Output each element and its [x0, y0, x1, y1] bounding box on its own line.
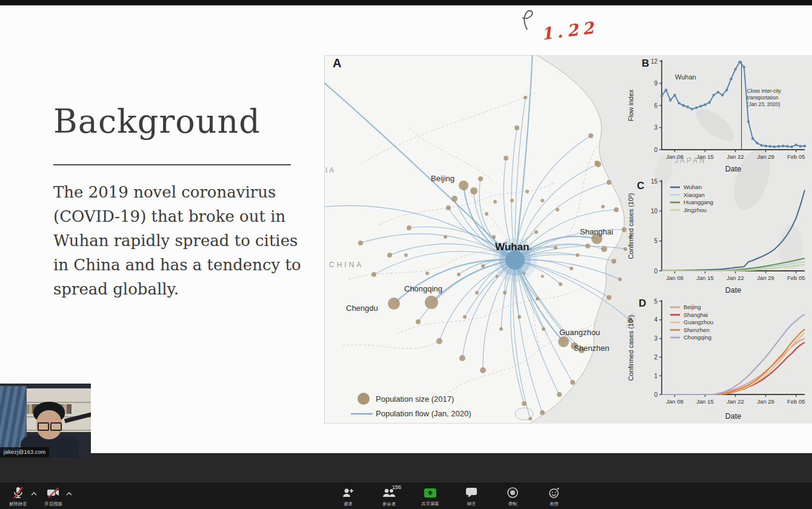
map-label-shanghai: Shanghai — [580, 227, 613, 236]
svg-text:Beijing: Beijing — [684, 304, 701, 310]
svg-text:transportation: transportation — [747, 95, 779, 101]
shared-screen-slide: Background The 2019 novel coronavirus (C… — [0, 5, 812, 453]
svg-text:5: 5 — [654, 238, 657, 244]
chat-label: 聊天 — [467, 501, 476, 507]
flow-index-chart: 036912Jan 08Jan 15Jan 22Jan 29Feb 05Date… — [625, 55, 812, 174]
legend-population-dot — [358, 393, 370, 405]
window-top-bar — [0, 0, 812, 5]
svg-text:Jan 15: Jan 15 — [696, 274, 714, 281]
webcam-video-thumbnail[interactable]: jakezj@163.com — [0, 384, 91, 457]
share-screen-label: 共享屏幕 — [421, 501, 439, 507]
svg-text:5: 5 — [654, 298, 657, 305]
svg-text:6: 6 — [654, 102, 657, 109]
map-label-wuhan: Wuhan — [495, 241, 529, 253]
panel-label-c: C — [637, 180, 644, 192]
start-video-label: 开启视频 — [44, 501, 62, 507]
svg-text:Date: Date — [725, 286, 741, 294]
start-video-button[interactable]: 开启视频 — [40, 485, 67, 507]
svg-text:Feb 05: Feb 05 — [787, 153, 805, 160]
map-label-beijing: Beijing — [431, 174, 454, 183]
svg-text:Jan 29: Jan 29 — [757, 398, 774, 405]
svg-text:Jan 15: Jan 15 — [696, 153, 714, 160]
chat-icon — [465, 485, 478, 500]
svg-text:Chongqing: Chongqing — [684, 334, 711, 341]
svg-text:Wuhan: Wuhan — [675, 73, 696, 81]
legend-population-label: Population size (2017) — [376, 394, 454, 404]
invite-label: 邀请 — [344, 501, 353, 507]
record-label: 录制 — [508, 501, 517, 507]
svg-text:3: 3 — [654, 124, 657, 131]
handwritten-date-annotation: 1.22 — [540, 18, 599, 43]
camera-muted-icon — [46, 485, 61, 500]
svg-text:12: 12 — [651, 58, 658, 65]
svg-text:Jan 08: Jan 08 — [666, 153, 684, 160]
participants-label: 参会者 — [382, 501, 396, 507]
zoom-toolbar: 解除静音 开启视频 — [0, 483, 812, 509]
presenter-face — [36, 410, 62, 439]
svg-text:4: 4 — [654, 316, 657, 323]
region-label-partial: IA — [325, 166, 336, 175]
svg-text:9: 9 — [654, 80, 657, 87]
figure-panel-group: IA CHINA JAPAN Beijing Shanghai Wuhan Ch… — [324, 55, 812, 424]
pen-squiggle-mark — [514, 5, 541, 31]
svg-text:Feb 05: Feb 05 — [787, 274, 805, 281]
svg-text:Confirmed cases (10²): Confirmed cases (10²) — [627, 315, 634, 381]
svg-text:10: 10 — [651, 208, 658, 215]
svg-text:Shenzhen: Shenzhen — [684, 327, 710, 333]
map-label-chongqing: Chongqing — [404, 284, 442, 293]
invite-button[interactable]: 邀请 — [334, 485, 361, 507]
svg-text:Date: Date — [725, 165, 741, 173]
share-screen-button[interactable]: 共享屏幕 — [417, 485, 444, 507]
svg-text:2: 2 — [654, 354, 657, 361]
svg-text:Jan 08: Jan 08 — [666, 398, 684, 405]
svg-text:Huanggang: Huanggang — [684, 199, 713, 205]
participants-count-badge: 156 — [392, 484, 401, 490]
unmute-label: 解除静音 — [9, 501, 27, 507]
slide-title: Background — [53, 102, 261, 141]
svg-text:Jan 29: Jan 29 — [757, 274, 774, 281]
svg-text:3: 3 — [654, 335, 657, 342]
svg-text:Flow index: Flow index — [627, 89, 634, 121]
title-divider — [53, 164, 291, 165]
panel-label-b: B — [642, 58, 649, 70]
svg-text:Wuhan: Wuhan — [684, 184, 702, 190]
svg-text:Confirmed cases (10³): Confirmed cases (10³) — [627, 193, 634, 259]
slide-body-text: The 2019 novel coronavirus (COVID-19) th… — [53, 180, 304, 301]
svg-text:Date: Date — [725, 412, 741, 421]
svg-text:0: 0 — [654, 147, 657, 153]
reactions-button[interactable]: 表情 — [541, 485, 567, 507]
china-landmass — [324, 55, 624, 424]
unmute-button[interactable]: 解除静音 — [5, 485, 32, 507]
svg-text:Xiaogan: Xiaogan — [684, 191, 705, 198]
map-label-shenzhen: Shenzhen — [574, 344, 610, 353]
chat-button[interactable]: 聊天 — [458, 485, 485, 507]
svg-text:Jan 15: Jan 15 — [696, 398, 714, 405]
share-screen-icon — [424, 485, 436, 500]
invite-icon — [341, 485, 354, 500]
bottom-spacer-strip — [0, 453, 812, 484]
svg-text:0: 0 — [654, 391, 657, 398]
participants-button[interactable]: 156 参会者 — [376, 485, 402, 507]
confirmed-cases-cities-chart: 012345Jan 08Jan 15Jan 22Jan 29Feb 05Date… — [625, 295, 812, 421]
mic-muted-icon — [12, 485, 24, 500]
participant-name-label: jakezj@163.com — [0, 447, 49, 457]
reactions-icon — [548, 485, 560, 500]
confirmed-cases-hubei-chart: 051015Jan 08Jan 15Jan 22Jan 29Feb 05Date… — [625, 175, 812, 295]
svg-text:Guangzhou: Guangzhou — [684, 319, 713, 325]
svg-text:0: 0 — [654, 268, 657, 274]
svg-text:Jan 08: Jan 08 — [666, 274, 684, 281]
panel-label-d: D — [639, 298, 646, 310]
reactions-label: 表情 — [550, 501, 559, 507]
svg-text:Shanghai: Shanghai — [684, 311, 708, 318]
svg-text:1: 1 — [654, 373, 657, 379]
legend-flow-label: Population flow (Jan, 2020) — [376, 409, 471, 418]
map-label-chengdu: Chengdu — [346, 304, 378, 313]
svg-text:Jingzhou: Jingzhou — [684, 207, 707, 213]
record-button[interactable]: 录制 — [499, 485, 526, 507]
svg-text:Close inter-city: Close inter-city — [747, 88, 782, 94]
svg-text:Jan 22: Jan 22 — [727, 274, 744, 281]
svg-text:(Jan 23, 2020): (Jan 23, 2020) — [747, 101, 780, 107]
svg-text:Jan 29: Jan 29 — [757, 153, 774, 160]
region-label-china: CHINA — [329, 261, 364, 269]
panel-label-a: A — [333, 56, 341, 70]
